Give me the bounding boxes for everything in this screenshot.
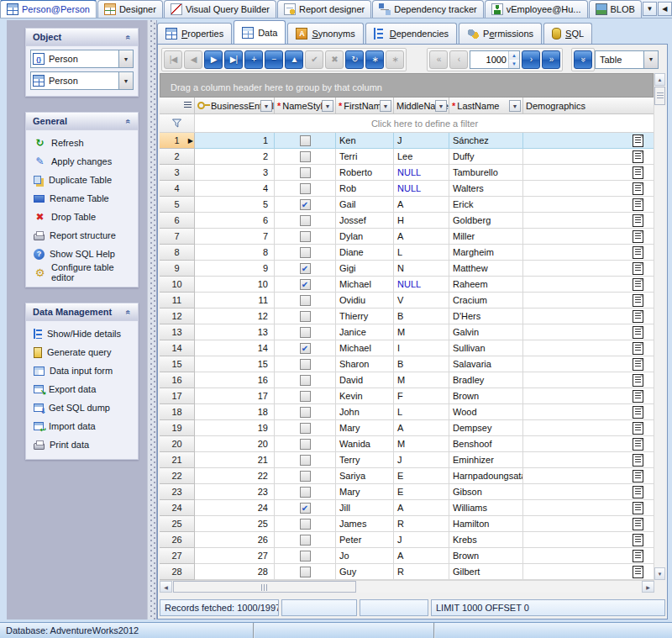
cell-businessentityid[interactable]: 3 xyxy=(195,165,275,181)
horizontal-scrollbar[interactable]: ◀ ▶ xyxy=(160,580,654,593)
cell-businessentityid[interactable]: 27 xyxy=(195,548,275,564)
cell-businessentityid[interactable]: 12 xyxy=(195,308,275,324)
cell-firstname[interactable]: Wanida xyxy=(336,436,394,452)
column-chooser-icon[interactable] xyxy=(184,102,192,109)
row-number-cell[interactable]: 24 xyxy=(160,500,195,516)
cell-middlename[interactable]: NULL xyxy=(394,181,449,197)
namestyle-checkbox[interactable] xyxy=(300,567,311,577)
goto-bookmark-button[interactable]: ∗ xyxy=(386,50,404,69)
cell-demographics[interactable] xyxy=(523,149,654,165)
cell-lastname[interactable]: Krebs xyxy=(449,532,523,548)
cell-middlename[interactable]: J xyxy=(394,532,449,548)
group-by-bar[interactable]: Drag a column header here to group by th… xyxy=(160,73,654,98)
cell-firstname[interactable]: James xyxy=(336,516,394,532)
cell-middlename[interactable]: H xyxy=(394,213,449,229)
demographics-document-icon[interactable] xyxy=(633,294,643,307)
row-number-cell[interactable]: 9 xyxy=(160,261,195,277)
cell-demographics[interactable] xyxy=(523,245,654,261)
row-number-cell[interactable]: 7 xyxy=(160,229,195,245)
row-number-cell[interactable]: 23 xyxy=(160,484,195,500)
column-filter-dropdown[interactable]: ▼ xyxy=(260,100,272,112)
window-tab-person-person[interactable]: Person@Person xyxy=(0,0,97,18)
cell-lastname[interactable]: Wood xyxy=(449,404,523,420)
cell-firstname[interactable]: Thierry xyxy=(336,308,394,324)
row-number-cell[interactable]: 4 xyxy=(160,181,195,197)
vertical-scrollbar[interactable]: ▲ ▼ xyxy=(654,73,665,580)
window-tab-report-designer[interactable]: Report designer xyxy=(277,0,371,18)
cell-firstname[interactable]: Kevin xyxy=(336,388,394,404)
scroll-right-button[interactable]: ▶ xyxy=(642,581,654,593)
cell-lastname[interactable]: Walters xyxy=(449,181,523,197)
demographics-document-icon[interactable] xyxy=(633,454,643,467)
cell-lastname[interactable]: Galvin xyxy=(449,324,523,340)
object-selector-1[interactable]: Person▼ xyxy=(30,71,134,90)
sidebar-item-print-data[interactable]: Print data xyxy=(30,435,134,454)
first-page-button[interactable]: « xyxy=(429,50,448,69)
namestyle-checkbox[interactable] xyxy=(300,551,311,562)
row-number-cell[interactable]: 5 xyxy=(160,197,195,213)
cell-middlename[interactable]: NULL xyxy=(394,277,449,293)
namestyle-checkbox[interactable] xyxy=(300,519,311,530)
namestyle-checkbox[interactable] xyxy=(300,247,311,258)
cell-middlename[interactable]: V xyxy=(394,293,449,308)
namestyle-checkbox[interactable]: ✔ xyxy=(300,279,311,290)
cell-demographics[interactable] xyxy=(523,388,654,404)
cell-businessentityid[interactable]: 5 xyxy=(195,197,275,213)
cell-firstname[interactable]: Dylan xyxy=(336,229,394,245)
cell-demographics[interactable] xyxy=(523,165,654,181)
cell-lastname[interactable]: Raheem xyxy=(449,277,523,293)
tab-list-button[interactable]: ▼ xyxy=(643,2,657,16)
row-number-cell[interactable]: 20 xyxy=(160,436,195,452)
page-size-input[interactable] xyxy=(470,52,508,67)
demographics-document-icon[interactable] xyxy=(633,374,643,387)
cell-businessentityid[interactable]: 24 xyxy=(195,500,275,516)
namestyle-checkbox[interactable] xyxy=(300,455,311,466)
sidebar-item-get-sql-dump[interactable]: Get SQL dump xyxy=(30,398,134,417)
row-number-cell[interactable]: 15 xyxy=(160,356,195,372)
cell-firstname[interactable]: Terri xyxy=(336,149,394,165)
column-filter-dropdown[interactable]: ▼ xyxy=(322,100,333,112)
demographics-document-icon[interactable] xyxy=(633,134,643,147)
chevron-down-icon[interactable]: ▼ xyxy=(118,72,133,89)
cancel-edit-button[interactable]: ✖ xyxy=(325,50,344,69)
cell-businessentityid[interactable]: 28 xyxy=(195,564,275,580)
scroll-left-button[interactable]: ◀ xyxy=(160,581,172,593)
last-page-button[interactable]: » xyxy=(542,50,560,69)
cell-middlename[interactable]: R xyxy=(394,564,449,580)
cell-lastname[interactable]: Margheim xyxy=(449,245,523,261)
cell-businessentityid[interactable]: 23 xyxy=(195,484,275,500)
cell-middlename[interactable]: N xyxy=(394,261,449,277)
demographics-document-icon[interactable] xyxy=(633,438,643,451)
namestyle-checkbox[interactable] xyxy=(300,391,311,402)
window-tab-vemployee-hu[interactable]: vEmployee@Hu... xyxy=(485,0,588,18)
sidebar-splitter[interactable] xyxy=(147,20,157,620)
cell-middlename[interactable]: M xyxy=(394,324,449,340)
cell-lastname[interactable]: Salavaria xyxy=(449,356,523,372)
cell-demographics[interactable] xyxy=(523,356,654,372)
demographics-document-icon[interactable] xyxy=(633,470,643,482)
sidebar-item-rename-table[interactable]: Rename Table xyxy=(30,189,134,208)
tab-permissions[interactable]: Permissions xyxy=(459,23,542,44)
cell-firstname[interactable]: Gail xyxy=(336,197,394,213)
tab-synonyms[interactable]: Synonyms xyxy=(287,23,363,44)
cell-firstname[interactable]: Jill xyxy=(336,500,394,516)
spin-up-icon[interactable]: ▲ xyxy=(509,51,519,60)
demographics-document-icon[interactable] xyxy=(633,278,643,291)
cell-firstname[interactable]: Gigi xyxy=(336,261,394,277)
cell-businessentityid[interactable]: 14 xyxy=(195,340,275,356)
prior-page-button[interactable]: ‹ xyxy=(449,50,468,69)
cell-middlename[interactable]: Lee xyxy=(394,149,449,165)
cell-firstname[interactable]: Mary xyxy=(336,484,394,500)
data-management-panel-header[interactable]: Data Management « xyxy=(26,303,138,321)
delete-record-button[interactable]: − xyxy=(265,50,283,69)
demographics-document-icon[interactable] xyxy=(633,230,643,243)
cell-lastname[interactable]: Sánchez xyxy=(449,133,523,149)
cell-businessentityid[interactable]: 10 xyxy=(195,277,275,293)
cell-lastname[interactable]: Cracium xyxy=(449,293,523,308)
row-number-cell[interactable]: 1▶ xyxy=(160,133,195,149)
cell-demographics[interactable] xyxy=(523,404,654,420)
sidebar-item-import-data[interactable]: Import data xyxy=(30,417,134,435)
namestyle-checkbox[interactable] xyxy=(300,471,311,482)
cell-lastname[interactable]: Eminhizer xyxy=(449,452,523,468)
scroll-tabs-left-button[interactable]: ◀ xyxy=(658,2,672,16)
